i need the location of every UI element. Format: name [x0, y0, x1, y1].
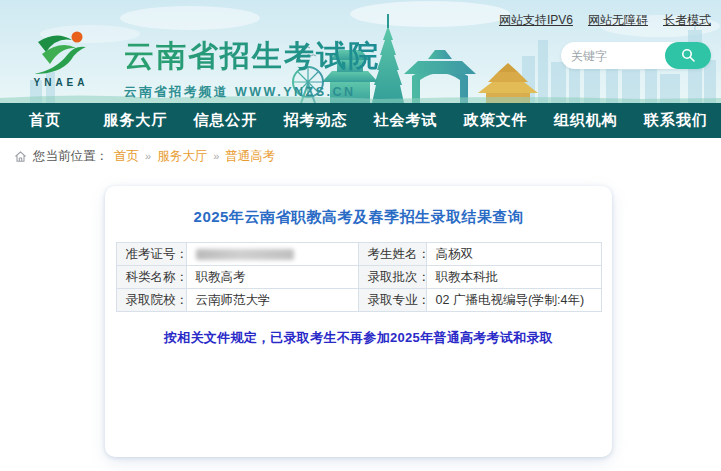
site-subtitle: 云南省招考频道 WWW.YNZS.CN: [124, 84, 380, 101]
college-label: 录取院校：: [116, 289, 186, 312]
batch-value: 职教本科批: [426, 266, 601, 289]
exam-no-label: 准考证号：: [116, 243, 186, 266]
breadcrumb-prefix: 您当前位置：: [33, 148, 108, 165]
nav-item-policy-docs[interactable]: 政策文件: [451, 103, 541, 138]
search-bar: [561, 42, 711, 69]
main-nav: 首页 服务大厅 信息公开 招考动态 社会考试 政策文件 组织机构 联系我们: [0, 103, 721, 138]
search-button[interactable]: [665, 42, 711, 69]
site-banner: YNAEA 云南省招生考试院 云南省招考频道 WWW.YNZS.CN 网站支持I…: [0, 0, 721, 103]
candidate-name-value: 高杨双: [426, 243, 601, 266]
breadcrumb: 您当前位置： 首页 » 服务大厅 » 普通高考: [0, 138, 721, 174]
search-icon: [681, 48, 696, 63]
result-card: 2025年云南省职教高考及春季招生录取结果查询 准考证号： 考生姓名： 高杨双: [105, 186, 612, 457]
nav-item-service-hall[interactable]: 服务大厅: [90, 103, 180, 138]
category-value: 职教高考: [186, 266, 358, 289]
site-logo[interactable]: YNAEA: [10, 30, 112, 88]
major-label: 录取专业：: [358, 289, 426, 312]
exam-no-value: [186, 243, 358, 266]
redacted-exam-number: [196, 249, 294, 260]
link-elder-mode[interactable]: 长者模式: [663, 12, 711, 29]
nav-item-social-exams[interactable]: 社会考试: [361, 103, 451, 138]
home-icon: [14, 150, 27, 163]
table-row: 科类名称： 职教高考 录取批次： 职教本科批: [116, 266, 601, 289]
nav-item-contact-us[interactable]: 联系我们: [631, 103, 721, 138]
nav-item-info-disclosure[interactable]: 信息公开: [180, 103, 270, 138]
batch-label: 录取批次：: [358, 266, 426, 289]
result-title: 2025年云南省职教高考及春季招生录取结果查询: [105, 208, 612, 227]
site-title-block: 云南省招生考试院 云南省招考频道 WWW.YNZS.CN: [124, 36, 380, 101]
search-input[interactable]: [561, 49, 665, 63]
link-ipv6-support[interactable]: 网站支持IPV6: [499, 12, 573, 29]
breadcrumb-link-home[interactable]: 首页: [114, 148, 139, 165]
page: YNAEA 云南省招生考试院 云南省招考频道 WWW.YNZS.CN 网站支持I…: [0, 0, 721, 471]
logo-acronym: YNAEA: [10, 77, 112, 88]
major-value: 02 广播电视编导(学制:4年): [426, 289, 601, 312]
breadcrumb-separator: »: [213, 150, 219, 162]
college-value: 云南师范大学: [186, 289, 358, 312]
breadcrumb-link-gaokao[interactable]: 普通高考: [225, 148, 275, 165]
result-table: 准考证号： 考生姓名： 高杨双 科类名称： 职教高考 录取批次： 职教本科批: [116, 242, 602, 312]
admission-notice: 按相关文件规定，已录取考生不再参加2025年普通高考考试和录取: [105, 329, 612, 347]
nav-item-organization[interactable]: 组织机构: [541, 103, 631, 138]
category-label: 科类名称：: [116, 266, 186, 289]
candidate-name-label: 考生姓名：: [358, 243, 426, 266]
breadcrumb-link-service-hall[interactable]: 服务大厅: [157, 148, 207, 165]
table-row: 准考证号： 考生姓名： 高杨双: [116, 243, 601, 266]
utility-links: 网站支持IPV6 网站无障碍 长者模式: [499, 12, 711, 29]
table-row: 录取院校： 云南师范大学 录取专业： 02 广播电视编导(学制:4年): [116, 289, 601, 312]
link-accessibility[interactable]: 网站无障碍: [588, 12, 648, 29]
logo-bird-icon: [30, 30, 92, 76]
site-title: 云南省招生考试院: [124, 36, 380, 77]
nav-item-admission-news[interactable]: 招考动态: [270, 103, 360, 138]
breadcrumb-separator: »: [145, 150, 151, 162]
main-content: 2025年云南省职教高考及春季招生录取结果查询 准考证号： 考生姓名： 高杨双: [0, 174, 721, 471]
nav-item-home[interactable]: 首页: [0, 103, 90, 138]
